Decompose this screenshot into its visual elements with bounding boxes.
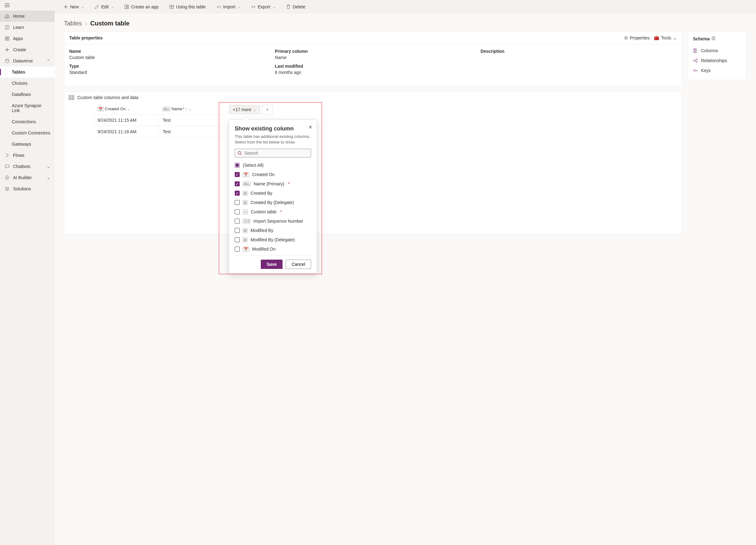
sidebar-item-gateways[interactable]: Gateways bbox=[0, 139, 55, 150]
tools-label: Tools bbox=[661, 35, 671, 40]
sidebar-item-choices[interactable]: Choices bbox=[0, 78, 55, 89]
more-label: +17 more bbox=[233, 107, 251, 112]
popup-beak bbox=[242, 116, 250, 124]
column-option-name-primary-[interactable]: ✓ Abc Name (Primary) * bbox=[235, 179, 312, 188]
checkbox[interactable]: ✓ bbox=[235, 172, 240, 177]
info-icon[interactable]: ⓘ bbox=[712, 36, 715, 41]
plus-icon: ＋ bbox=[265, 107, 269, 112]
checkbox[interactable] bbox=[235, 209, 240, 214]
properties-button[interactable]: ⚙ Properties bbox=[624, 35, 650, 40]
sidebar-item-apps[interactable]: Apps bbox=[0, 33, 55, 44]
table-row[interactable]: 9/24/2021 11:15 AMTest bbox=[94, 115, 224, 126]
column-option-modified-on[interactable]: 📅 Modified On bbox=[235, 244, 312, 254]
column-option--select-all-[interactable]: (Select All) bbox=[235, 161, 312, 170]
schema-title-text: Schema bbox=[693, 36, 710, 41]
column-type-icon: ⊞ bbox=[243, 238, 247, 242]
cmd-label: Create an app bbox=[131, 4, 159, 9]
delete-button[interactable]: Delete bbox=[283, 3, 308, 11]
sidebar-item-connections[interactable]: Connections bbox=[0, 116, 55, 127]
sidebar-item-ai-builder[interactable]: AI Builder ⌄ bbox=[0, 172, 55, 183]
checkbox[interactable]: ✓ bbox=[235, 191, 240, 196]
sidebar-item-label: Apps bbox=[13, 36, 50, 41]
import-button[interactable]: Import ⌄ bbox=[214, 3, 243, 11]
column-header-created-on[interactable]: 📅Created On⌄ bbox=[94, 103, 159, 115]
svg-rect-2 bbox=[7, 37, 9, 38]
cmd-label: Export bbox=[258, 4, 270, 9]
cancel-button[interactable]: Cancel bbox=[286, 260, 311, 269]
sidebar-item-label: Connections bbox=[12, 119, 50, 124]
column-type-icon: Abc bbox=[243, 182, 251, 186]
svg-rect-10 bbox=[127, 7, 129, 9]
flow-icon bbox=[4, 153, 10, 158]
svg-point-6 bbox=[5, 176, 9, 179]
more-columns-pill[interactable]: +17 more ⌄ bbox=[229, 105, 260, 114]
column-option-created-on[interactable]: ✓ 📅 Created On bbox=[235, 170, 312, 179]
sidebar-item-azure-synapse-link[interactable]: Azure Synapse Link bbox=[0, 100, 55, 116]
column-type-icon: 📅 bbox=[243, 172, 249, 177]
svg-point-16 bbox=[694, 60, 695, 61]
close-button[interactable]: ✕ bbox=[308, 124, 312, 130]
new-button[interactable]: New ⌄ bbox=[61, 3, 86, 11]
svg-rect-12 bbox=[69, 95, 74, 100]
add-column-button[interactable]: ＋ bbox=[262, 105, 273, 115]
sidebar-item-create[interactable]: Create bbox=[0, 44, 55, 55]
sidebar-item-solutions[interactable]: Solutions bbox=[0, 183, 55, 194]
checkbox[interactable] bbox=[235, 247, 240, 252]
grid-icon bbox=[4, 36, 10, 41]
checkbox[interactable] bbox=[235, 237, 240, 242]
prop-name-value: Custom table bbox=[69, 55, 265, 60]
hamburger-menu[interactable] bbox=[0, 0, 55, 11]
tools-button[interactable]: 🧰 Tools ⌄ bbox=[654, 35, 677, 40]
sidebar-item-dataverse[interactable]: Dataverse ⌃ bbox=[0, 55, 55, 66]
table-row[interactable]: 9/24/2021 11:18 AMTest bbox=[94, 126, 224, 138]
sidebar-item-label: Learn bbox=[13, 25, 50, 30]
schema-link-relationships[interactable]: Relationships bbox=[693, 56, 741, 66]
breadcrumb: Tables › Custom table bbox=[64, 20, 747, 27]
search-icon bbox=[238, 151, 242, 155]
sidebar-item-learn[interactable]: Learn bbox=[0, 22, 55, 33]
edit-button[interactable]: Edit ⌄ bbox=[92, 3, 116, 11]
schema-link-label: Columns bbox=[701, 48, 718, 53]
column-list[interactable]: (Select All) ✓ 📅 Created On ✓ Abc Name (… bbox=[235, 161, 313, 254]
sort-asc-icon: ↑ bbox=[186, 107, 188, 111]
column-option-modified-by[interactable]: ⊞ Modified By bbox=[235, 226, 312, 235]
required-indicator: * bbox=[183, 107, 184, 111]
svg-rect-9 bbox=[127, 5, 129, 7]
sidebar-item-home[interactable]: Home bbox=[0, 11, 55, 22]
breadcrumb-current: Custom table bbox=[90, 20, 129, 27]
sidebar-item-label: Choices bbox=[12, 81, 50, 86]
column-option-import-sequence-number[interactable]: 123 Import Sequence Number bbox=[235, 216, 312, 226]
column-header-name[interactable]: AbcName*↑⌄ bbox=[159, 103, 224, 115]
column-option-label: Created On bbox=[252, 172, 274, 177]
sidebar-item-dataflows[interactable]: Dataflows bbox=[0, 89, 55, 100]
sidebar-item-chatbots[interactable]: Chatbots ⌄ bbox=[0, 161, 55, 172]
sidebar-item-tables[interactable]: Tables bbox=[0, 66, 55, 78]
table-icon bbox=[169, 4, 174, 9]
cell-created-on: 9/24/2021 11:15 AM bbox=[94, 115, 159, 126]
column-option-label: Modified By (Delegate) bbox=[251, 237, 295, 242]
schema-link-columns[interactable]: Columns bbox=[693, 46, 741, 56]
sidebar-item-custom-connectors[interactable]: Custom Connectors bbox=[0, 127, 55, 139]
using-this-table-button[interactable]: Using this table bbox=[167, 3, 208, 11]
checkbox[interactable] bbox=[235, 228, 240, 233]
search-input[interactable] bbox=[244, 151, 308, 156]
column-option-custom-table[interactable]: ▭ Custom table * bbox=[235, 207, 312, 216]
schema-link-keys[interactable]: Keys bbox=[693, 66, 741, 75]
cmd-label: Edit bbox=[101, 4, 109, 9]
sidebar-item-flows[interactable]: Flows bbox=[0, 150, 55, 161]
column-option-created-by[interactable]: ✓ ⊞ Created By bbox=[235, 188, 312, 198]
search-box[interactable] bbox=[235, 149, 311, 157]
checkbox[interactable] bbox=[235, 219, 240, 224]
breadcrumb-parent[interactable]: Tables bbox=[64, 20, 82, 27]
column-option-created-by-delegate-[interactable]: ⊞ Created By (Delegate) bbox=[235, 198, 312, 207]
column-option-modified-by-delegate-[interactable]: ⊞ Modified By (Delegate) bbox=[235, 235, 312, 244]
chevron-down-icon: ⌄ bbox=[81, 5, 84, 9]
checkbox[interactable]: ✓ bbox=[235, 181, 240, 186]
prop-primary-label: Primary column bbox=[275, 49, 471, 54]
export-button[interactable]: Export ⌄ bbox=[248, 3, 278, 11]
chevron-down-icon: ⌄ bbox=[673, 35, 677, 40]
create-an-app-button[interactable]: Create an app bbox=[122, 3, 161, 11]
save-button[interactable]: Save bbox=[261, 260, 283, 269]
checkbox[interactable] bbox=[235, 163, 240, 168]
checkbox[interactable] bbox=[235, 200, 240, 205]
